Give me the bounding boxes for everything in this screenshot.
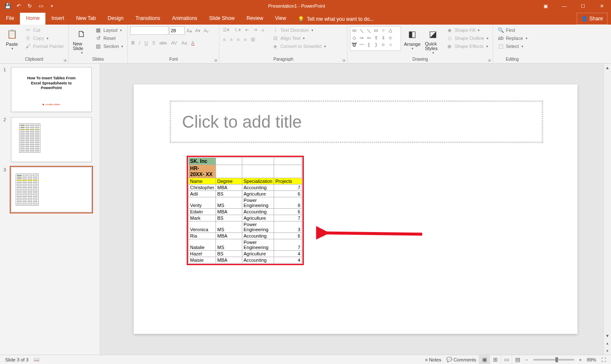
tab-home[interactable]: Home	[20, 13, 45, 25]
notes-button[interactable]: ≡Notes	[423, 357, 444, 362]
change-case-icon[interactable]: Aa	[180, 40, 188, 46]
file-tab[interactable]: File	[0, 13, 20, 25]
tab-animations[interactable]: Animations	[166, 13, 203, 25]
scroll-down-icon[interactable]: ▼	[604, 332, 611, 339]
save-icon[interactable]: 💾	[3, 1, 13, 11]
line-spacing-icon[interactable]: ≡	[261, 27, 265, 33]
table-cell: 7	[274, 185, 302, 191]
align-center-icon[interactable]: ≡	[229, 36, 233, 42]
shadow-icon[interactable]: S	[151, 40, 156, 46]
scissors-icon: ✂	[25, 27, 31, 34]
vertical-scrollbar[interactable]: ▲ ▼ ▲ ▼	[603, 64, 611, 355]
embedded-excel-table[interactable]: SK. Inc HR- 20XX- XX NameDegreeSpecializ…	[187, 156, 304, 265]
slide-sorter-view-icon[interactable]: ⊞	[490, 355, 501, 364]
font-color-icon[interactable]: A	[191, 40, 195, 46]
layout-button[interactable]: ▦Layout▾	[93, 26, 125, 34]
shapes-gallery[interactable]: ▭＼＼▭○△ ◇⇨⇦⇧⇩☆ ➰〰{}☆○	[350, 26, 401, 51]
character-spacing-icon[interactable]: AV	[171, 40, 178, 46]
slide-canvas[interactable]: Click to add title SK. Inc HR- 20XX- XX …	[134, 84, 577, 334]
underline-icon[interactable]: U	[143, 40, 149, 46]
reading-view-icon[interactable]: ▭	[501, 355, 512, 364]
share-button[interactable]: 👤 Share	[577, 13, 608, 25]
bold-icon[interactable]: B	[130, 40, 135, 46]
undo-icon[interactable]: ↶	[14, 1, 24, 11]
scroll-up-icon[interactable]: ▲	[604, 64, 611, 71]
zoom-level[interactable]: 89%	[584, 357, 599, 362]
strikethrough-icon[interactable]: abc	[159, 40, 168, 46]
font-launcher-icon[interactable]: ⇲	[214, 58, 218, 62]
paragraph-launcher-icon[interactable]: ⇲	[342, 58, 346, 62]
normal-view-icon[interactable]: ▣	[479, 355, 490, 364]
maximize-icon[interactable]: ☐	[574, 0, 592, 12]
qat-expand-icon[interactable]: ▾	[47, 1, 57, 11]
align-text-button[interactable]: ⊟Align Text▾	[270, 34, 328, 42]
arrange-button[interactable]: ◧ Arrange ▾	[403, 26, 421, 57]
table-cell: 6	[274, 209, 302, 215]
tab-review[interactable]: Review	[241, 13, 269, 25]
replace-button[interactable]: abReplace▾	[496, 34, 529, 42]
italic-icon[interactable]: I	[138, 40, 141, 46]
redo-icon[interactable]: ↻	[25, 1, 35, 11]
shape-fill-button[interactable]: ◆Shape Fill▾	[444, 26, 490, 34]
tab-slide-show[interactable]: Slide Show	[203, 13, 241, 25]
tab-view[interactable]: View	[269, 13, 292, 25]
justify-icon[interactable]: ≡	[243, 36, 247, 42]
convert-smartart-button[interactable]: ◈Convert to SmartArt▾	[270, 42, 328, 50]
increase-font-icon[interactable]: A▴	[185, 28, 193, 34]
slideshow-view-icon[interactable]: ▤	[512, 355, 523, 364]
table-cell: 4	[274, 257, 302, 263]
columns-icon[interactable]: ▥	[250, 36, 256, 42]
decrease-indent-icon[interactable]: ⇤	[244, 27, 250, 33]
new-slide-button[interactable]: 🗋 New Slide ▾	[71, 26, 92, 57]
table-cell: Maisie	[189, 257, 216, 263]
next-slide-icon[interactable]: ▼	[604, 347, 611, 355]
bullets-icon[interactable]: ☰▾	[222, 27, 230, 33]
clipboard-launcher-icon[interactable]: ⇲	[63, 58, 67, 62]
title-placeholder[interactable]: Click to add title	[170, 101, 543, 143]
format-painter-button[interactable]: 🖌Format Painter	[23, 42, 66, 50]
zoom-out-button[interactable]: −	[523, 357, 530, 362]
thumbnail-1[interactable]: 1 How To Insert Tables From Excel Spread…	[3, 67, 95, 112]
thumbnail-3[interactable]: 3	[3, 167, 95, 212]
text-direction-button[interactable]: ↕Text Direction▾	[270, 26, 328, 34]
thumbnail-2[interactable]: 2	[3, 117, 95, 162]
select-button[interactable]: ⬚Select▾	[496, 42, 529, 50]
tab-new-tab[interactable]: New Tab	[70, 13, 101, 25]
close-icon[interactable]: ✕	[592, 0, 611, 12]
copy-button[interactable]: ⎘Copy▾	[23, 34, 66, 42]
slide-counter[interactable]: Slide 3 of 3	[3, 357, 31, 362]
clear-formatting-icon[interactable]: Aᵩ	[203, 28, 210, 34]
paste-button[interactable]: 📋 Paste ▾	[3, 26, 21, 57]
start-from-beginning-icon[interactable]: ▭	[36, 1, 46, 11]
shape-outline-button[interactable]: ◇Shape Outline▾	[444, 34, 490, 42]
drawing-launcher-icon[interactable]: ⇲	[488, 58, 492, 62]
previous-slide-icon[interactable]: ▲	[604, 339, 611, 347]
section-button[interactable]: ▤Section▾	[93, 42, 125, 50]
tell-me-search[interactable]: 💡 Tell me what you want to do...	[292, 14, 380, 25]
minimize-icon[interactable]: —	[555, 0, 574, 12]
spell-check-icon[interactable]: 📖	[31, 357, 42, 362]
zoom-thumb[interactable]	[555, 357, 558, 362]
zoom-in-button[interactable]: +	[577, 357, 584, 362]
comments-button[interactable]: 💬Comments	[444, 357, 479, 362]
font-name-input[interactable]	[130, 26, 168, 35]
cell-hr: HR- 20XX- XX	[189, 165, 216, 178]
tab-design[interactable]: Design	[102, 13, 129, 25]
cut-button[interactable]: ✂Cut	[23, 26, 66, 34]
align-right-icon[interactable]: ≡	[236, 36, 240, 42]
find-button[interactable]: 🔍Find	[496, 26, 529, 34]
tab-transitions[interactable]: Transitions	[129, 13, 166, 25]
zoom-slider[interactable]	[533, 359, 574, 361]
increase-indent-icon[interactable]: ⇥	[252, 27, 258, 33]
tab-insert[interactable]: Insert	[45, 13, 70, 25]
table-cell: MS	[216, 221, 242, 233]
numbering-icon[interactable]: ⒈▾	[233, 26, 242, 34]
quick-styles-button[interactable]: ◪ Quick Styles ▾	[423, 26, 443, 57]
align-left-icon[interactable]: ≡	[222, 36, 226, 42]
font-size-input[interactable]	[169, 26, 185, 35]
decrease-font-icon[interactable]: A▾	[194, 28, 202, 34]
ribbon-display-options-icon[interactable]: ▣	[536, 0, 555, 12]
fit-to-window-icon[interactable]: ⛶	[599, 357, 608, 362]
shape-effects-button[interactable]: ◉Shape Effects▾	[444, 42, 490, 50]
reset-button[interactable]: ↺Reset	[93, 34, 125, 42]
